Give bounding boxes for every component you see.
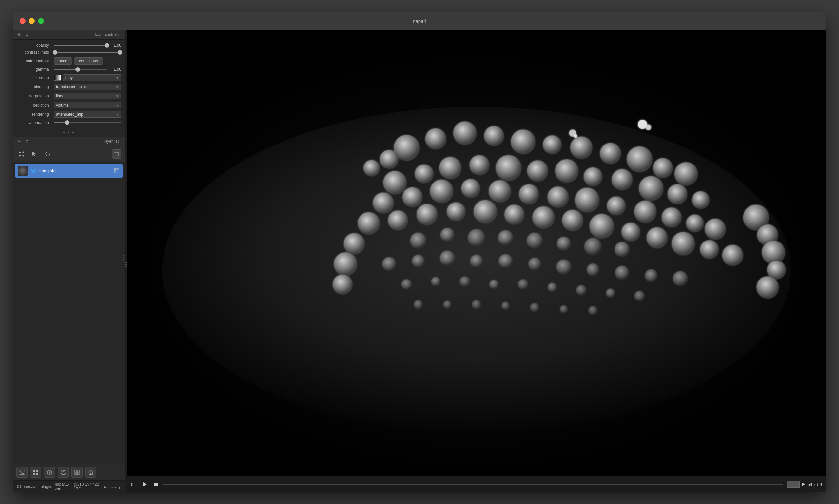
layer-visibility-toggle[interactable] (30, 167, 37, 174)
timeline-track[interactable] (163, 484, 783, 485)
svg-point-0 (19, 152, 21, 154)
interpolation-dropdown[interactable]: linear ▼ (54, 93, 121, 99)
svg-point-95 (587, 264, 600, 276)
auto-contrast-once-button[interactable]: once (54, 57, 72, 65)
home-button[interactable] (85, 467, 96, 478)
svg-point-63 (504, 205, 524, 224)
svg-point-45 (373, 192, 394, 213)
canvas-area[interactable]: 0 59 / (127, 30, 826, 492)
svg-point-116 (645, 124, 651, 130)
svg-point-89 (412, 255, 425, 267)
svg-point-79 (333, 275, 352, 294)
svg-point-49 (489, 180, 511, 202)
window-frame: napari 👁 ⚙ layer controls opacity: (13, 12, 826, 492)
layer-item[interactable]: image4d (15, 164, 123, 178)
svg-rect-9 (33, 470, 35, 472)
colormap-dropdown[interactable]: gray ▼ (63, 74, 121, 81)
minimize-button[interactable] (29, 18, 35, 24)
gamma-slider-track[interactable] (54, 69, 107, 70)
svg-point-21 (425, 128, 446, 149)
contrast-slider[interactable] (54, 52, 121, 53)
attenuation-row: attenuation: (13, 119, 125, 126)
status-coordinates: [5310 157 422 172] (74, 482, 100, 491)
rendering-row: rendering: attenuated_mip ▼ (13, 110, 125, 119)
auto-contrast-buttons: once continuous (54, 57, 103, 65)
svg-point-84 (527, 233, 543, 249)
svg-point-39 (555, 159, 578, 182)
svg-rect-8 (19, 470, 25, 474)
layer-name: image4d (39, 168, 111, 173)
left-panel: 👁 ⚙ layer controls opacity: 1.00 (13, 30, 125, 492)
play-button[interactable] (141, 481, 149, 488)
svg-point-103 (518, 279, 528, 290)
terminal-button[interactable] (16, 467, 28, 478)
attenuation-label: attenuation: (16, 120, 52, 125)
3d-button[interactable] (44, 467, 55, 478)
more-options[interactable]: • • • (13, 128, 125, 137)
svg-point-97 (645, 269, 657, 282)
status-plugin-label: plugin: (41, 484, 52, 489)
rendering-value: attenuated_mip (56, 112, 114, 117)
titlebar: napari (13, 12, 826, 30)
status-plugin-value: napar...-zarr (55, 482, 71, 491)
svg-point-38 (527, 161, 548, 182)
depiction-label: depiction: (16, 103, 52, 107)
points-tool-button[interactable] (16, 149, 27, 159)
delete-layer-button[interactable] (112, 149, 121, 159)
svg-point-64 (533, 206, 555, 229)
gamma-label: gamma: (16, 67, 52, 72)
svg-point-112 (530, 303, 539, 312)
svg-point-68 (647, 228, 667, 248)
auto-contrast-row: auto-contrast: once continuous (13, 56, 125, 66)
select-tool-button[interactable] (30, 149, 40, 159)
grid-button[interactable] (71, 467, 83, 478)
polygon-tool-button[interactable] (42, 149, 53, 159)
maximize-button[interactable] (38, 18, 44, 24)
panel-resizer[interactable]: ••• (125, 30, 127, 492)
svg-point-85 (557, 237, 571, 251)
svg-point-34 (415, 164, 433, 183)
auto-contrast-continuous-button[interactable]: continuous (74, 57, 103, 65)
colormap-label: colormap: (16, 75, 52, 80)
layer-list-title: layer list (32, 139, 121, 144)
svg-point-99 (401, 279, 412, 290)
svg-point-50 (519, 184, 539, 204)
svg-point-76 (757, 276, 779, 299)
gamma-row: gamma: 1.00 (13, 66, 125, 73)
opacity-row: opacity: 1.00 (13, 42, 125, 49)
stop-button[interactable] (152, 481, 160, 488)
svg-point-83 (498, 230, 513, 246)
blending-dropdown[interactable]: translucent_no_de ▼ (54, 84, 121, 90)
svg-point-91 (470, 255, 483, 267)
opacity-slider-container: 1.00 (54, 43, 121, 48)
svg-point-47 (430, 180, 453, 203)
svg-point-54 (634, 201, 657, 223)
timeline-start: 0 (131, 482, 138, 487)
svg-point-70 (700, 240, 719, 259)
colormap-value: gray (65, 75, 114, 80)
colormap-dropdown-arrow: ▼ (116, 76, 119, 79)
svg-point-71 (722, 245, 743, 266)
svg-point-2 (19, 155, 21, 157)
svg-point-107 (634, 291, 645, 302)
opacity-slider-track[interactable] (54, 44, 107, 46)
rotate-button[interactable] (58, 467, 69, 478)
gamma-value: 1.00 (109, 67, 121, 72)
svg-marker-119 (143, 482, 147, 486)
opacity-value: 1.00 (109, 43, 121, 48)
svg-rect-11 (33, 472, 35, 474)
layer-thumbnail (18, 166, 28, 176)
status-up-arrow-icon: ▲ (103, 484, 107, 489)
svg-point-62 (474, 200, 497, 223)
close-button[interactable] (20, 18, 25, 24)
plugin-button[interactable] (30, 467, 41, 478)
depiction-dropdown[interactable]: volume ▼ (54, 102, 121, 108)
layer-list-settings-icon: ⚙ (24, 139, 30, 144)
frame-separator: / (814, 482, 815, 487)
svg-point-88 (382, 257, 396, 271)
svg-point-82 (468, 229, 485, 247)
attenuation-slider-track[interactable] (54, 122, 121, 123)
rendering-dropdown[interactable]: attenuated_mip ▼ (54, 111, 121, 118)
svg-point-35 (439, 157, 461, 179)
status-activity[interactable]: activity (108, 484, 121, 489)
